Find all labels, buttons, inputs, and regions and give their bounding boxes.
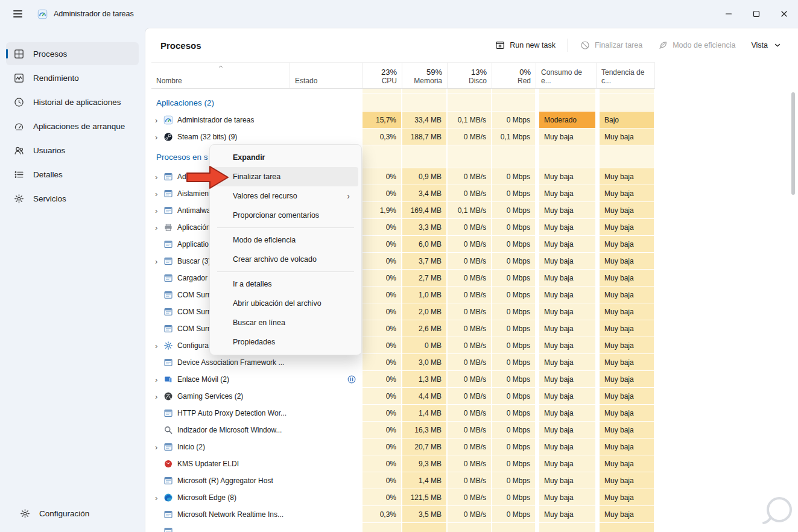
cell-network: 0 Mbps bbox=[492, 287, 535, 303]
cell-memory bbox=[402, 523, 446, 532]
process-row[interactable]: Microsoft (R) Aggregator Host 0%1,4 MB0 … bbox=[151, 472, 655, 489]
menu-item[interactable]: Finalizar tarea bbox=[213, 167, 358, 186]
window-icon bbox=[163, 290, 173, 300]
cell-trend: Muy baja bbox=[600, 168, 654, 185]
cell-disk: 0 MB/s bbox=[448, 354, 491, 370]
cell-power: Muy baja bbox=[539, 128, 595, 145]
process-name: Aplicación bbox=[177, 223, 211, 232]
process-row[interactable]: › Enlace Móvil (2) 0%1,3 MB0 MB/s0 MbpsM… bbox=[151, 371, 655, 388]
cell-trend: Muy baja bbox=[600, 455, 654, 472]
sidebar-item-configuracion[interactable]: Configuración bbox=[12, 502, 133, 525]
context-menu: Expandir Finalizar tarea Valores del rec… bbox=[209, 144, 362, 355]
column-header-power[interactable]: Consumo de e... bbox=[536, 63, 597, 88]
minimize-button[interactable] bbox=[715, 0, 743, 28]
sidebar-item-historial[interactable]: Historial de aplicaciones bbox=[6, 90, 139, 113]
expand-chevron-icon[interactable]: › bbox=[155, 133, 163, 141]
cell-network: 0 Mbps bbox=[492, 405, 535, 421]
efficiency-mode-button[interactable]: Modo de eficiencia bbox=[651, 36, 743, 55]
cell-disk: 0 MB/s bbox=[448, 219, 491, 235]
process-name-cell: › Enlace Móvil (2) bbox=[151, 371, 290, 388]
menu-item-label: Finalizar tarea bbox=[233, 173, 280, 181]
process-row[interactable] bbox=[151, 523, 655, 532]
menu-item[interactable]: Modo de eficiencia bbox=[213, 230, 358, 250]
process-row[interactable]: Indizador de Microsoft Window... 0%16,3 … bbox=[151, 422, 655, 439]
process-name-cell: › Microsoft Edge (8) bbox=[151, 489, 290, 506]
menu-item[interactable]: Crear archivo de volcado bbox=[213, 250, 358, 269]
cell-cpu: 0% bbox=[363, 253, 401, 269]
gauge-icon bbox=[14, 121, 24, 131]
cell-power: Muy baja bbox=[539, 219, 595, 235]
close-button[interactable] bbox=[770, 0, 798, 28]
menu-item[interactable]: Buscar en línea bbox=[213, 313, 358, 332]
sidebar-item-arranque[interactable]: Aplicaciones de arranque bbox=[6, 115, 139, 138]
menu-item[interactable]: Abrir ubicación del archivo bbox=[213, 294, 358, 313]
process-row[interactable]: Microsoft Network Realtime Ins... 0,3%3,… bbox=[151, 506, 655, 523]
column-header-memory[interactable]: 59% Memoria bbox=[402, 63, 448, 88]
maximize-button[interactable] bbox=[743, 0, 770, 28]
vertical-scrollbar[interactable] bbox=[791, 91, 795, 528]
cell-trend: Muy baja bbox=[600, 354, 654, 370]
column-header-disk[interactable]: 13% Disco bbox=[448, 63, 492, 88]
column-label: Tendencia de c... bbox=[601, 68, 650, 85]
process-row[interactable]: HTTP Auto Proxy Detection Wor... 0%1,4 M… bbox=[151, 405, 655, 422]
sidebar-item-rendimiento[interactable]: Rendimiento bbox=[6, 66, 139, 89]
column-header-cpu[interactable]: 23% CPU bbox=[363, 63, 402, 88]
users-icon bbox=[14, 145, 24, 156]
process-name-cell: › Inicio (2) bbox=[151, 439, 290, 455]
cell-network: 0 Mbps bbox=[492, 236, 535, 252]
column-header-status[interactable]: Estado bbox=[290, 63, 363, 88]
process-row[interactable]: KMS Updater ELDI 0%9,3 MB0 MB/s0 MbpsMuy… bbox=[151, 455, 655, 472]
process-row[interactable]: Device Association Framework ... 0%3,0 M… bbox=[151, 354, 655, 371]
menu-item[interactable]: Expandir bbox=[213, 148, 358, 167]
column-header-trend[interactable]: Tendencia de c... bbox=[597, 63, 655, 88]
view-button[interactable]: Vista bbox=[744, 36, 790, 55]
sidebar-item-procesos[interactable]: Procesos bbox=[6, 42, 139, 65]
process-row[interactable]: › Administrador de tareas 15,7%33,4 MB0,… bbox=[151, 112, 655, 128]
expand-chevron-icon[interactable]: › bbox=[155, 376, 163, 384]
cell-cpu: 0% bbox=[363, 405, 401, 421]
process-row[interactable]: › Inicio (2) 0%20,7 MB0 MB/s0 MbpsMuy ba… bbox=[151, 439, 655, 455]
expand-chevron-icon[interactable]: › bbox=[155, 393, 163, 401]
cell-power bbox=[539, 145, 595, 168]
cell-trend: Muy baja bbox=[600, 303, 654, 320]
sidebar-item-servicios[interactable]: Servicios bbox=[6, 187, 139, 210]
menu-item[interactable]: Proporcionar comentarios bbox=[213, 206, 358, 225]
sidebar-item-detalles[interactable]: Detalles bbox=[6, 163, 139, 186]
expand-chevron-icon[interactable]: › bbox=[155, 224, 163, 232]
expand-chevron-icon[interactable]: › bbox=[155, 207, 163, 215]
menu-item[interactable]: Propiedades bbox=[213, 332, 358, 352]
process-row[interactable]: › Gaming Services (2) 0%4,4 MB0 MB/s0 Mb… bbox=[151, 388, 655, 405]
column-header-network[interactable]: 0% Red bbox=[492, 63, 536, 88]
end-task-button[interactable]: Finalizar tarea bbox=[573, 36, 650, 55]
expand-chevron-icon[interactable]: › bbox=[155, 190, 163, 198]
expand-chevron-icon[interactable]: › bbox=[155, 342, 163, 350]
process-name-cell: › Administrador de tareas bbox=[151, 112, 290, 128]
column-header-name[interactable]: Nombre bbox=[151, 63, 290, 88]
expand-chevron-icon[interactable]: › bbox=[155, 258, 163, 265]
cell-cpu: 0% bbox=[363, 168, 401, 185]
page-header: Procesos Run new taskFinalizar tareaModo… bbox=[145, 28, 798, 62]
cell-memory: 3,0 MB bbox=[402, 354, 446, 370]
cell-trend: Muy baja bbox=[600, 337, 654, 353]
expand-chevron-icon[interactable]: › bbox=[155, 173, 163, 181]
expand-chevron-icon[interactable]: › bbox=[155, 116, 163, 124]
menu-item[interactable]: Valores del recurso › bbox=[213, 186, 358, 206]
run-new-task-button[interactable]: Run new task bbox=[488, 36, 563, 55]
cell-cpu: 0,3% bbox=[363, 128, 401, 145]
group-header-row[interactable]: Aplicaciones (2) bbox=[151, 93, 655, 112]
process-name: Microsoft Network Realtime Ins... bbox=[177, 510, 283, 519]
process-row[interactable]: › Steam (32 bits) (9) 0,3%188,7 MB0 MB/s… bbox=[151, 128, 655, 145]
expand-chevron-icon[interactable]: › bbox=[155, 443, 163, 451]
process-row[interactable]: › Microsoft Edge (8) 0%121,5 MB0 MB/s0 M… bbox=[151, 489, 655, 506]
menu-item[interactable]: Ir a detalles bbox=[213, 274, 358, 294]
scrollbar-thumb[interactable] bbox=[791, 92, 795, 195]
sidebar-item-usuarios[interactable]: Usuarios bbox=[6, 139, 139, 162]
cell-network: 0 Mbps bbox=[492, 422, 535, 438]
process-name: Inicio (2) bbox=[177, 443, 205, 451]
cell-disk: 0 MB/s bbox=[448, 185, 491, 201]
menu-button[interactable] bbox=[7, 4, 28, 24]
cell-power: Muy baja bbox=[539, 185, 595, 201]
cell-disk: 0 MB/s bbox=[448, 489, 491, 505]
expand-chevron-icon[interactable]: › bbox=[155, 494, 163, 502]
phone-icon bbox=[163, 375, 173, 384]
